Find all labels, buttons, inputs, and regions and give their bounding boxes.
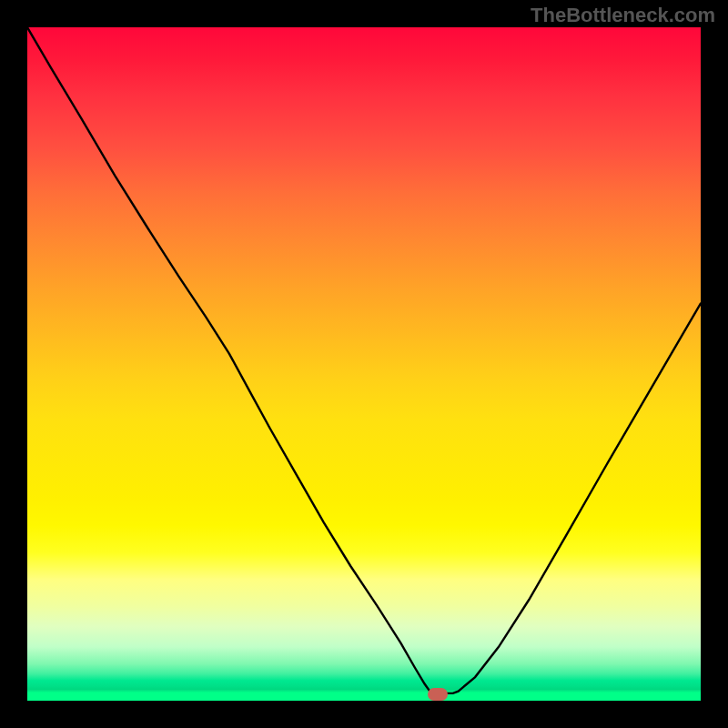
optimal-point-marker (428, 688, 448, 701)
curve-path (27, 27, 701, 693)
plot-area (27, 27, 701, 701)
watermark-text: TheBottleneck.com (531, 4, 715, 27)
bottleneck-curve (27, 27, 701, 701)
